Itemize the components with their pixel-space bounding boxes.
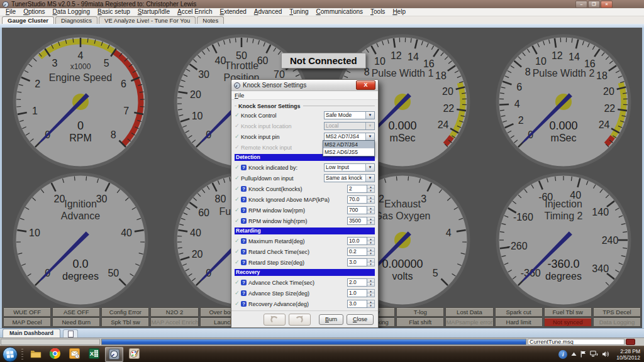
outlook-icon[interactable] xyxy=(66,347,83,361)
gauge-cluster-dashboard: WUE OFFASE OFFConfig ErrorN2O 2Over boos… xyxy=(0,28,644,328)
setting-row-rpm-window-high-rpm: ✓?RPM window high(rpm)3500▲▼ xyxy=(235,216,375,226)
tab-notes[interactable]: Notes xyxy=(197,16,224,24)
spinner-down-icon[interactable]: ▼ xyxy=(367,293,374,297)
action-center-flag-icon[interactable] xyxy=(580,351,586,358)
knock-indicated-by-combo[interactable]: Low Input▼ xyxy=(324,163,375,172)
recovery-advance-deg-spinner[interactable]: 3.0▲▼ xyxy=(347,300,375,308)
checkmark-icon: ✓ xyxy=(235,186,241,192)
help-icon[interactable]: ? xyxy=(241,165,247,170)
setting-row-retard-step-size-deg: ✓?Retard Step Size(deg)3.0▲▼ xyxy=(235,257,375,268)
help-icon[interactable]: ? xyxy=(241,290,247,296)
chevron-down-icon[interactable]: ▼ xyxy=(365,175,374,182)
tab-gauge-cluster[interactable]: Gauge Cluster xyxy=(2,16,54,24)
menu-accel-enrich[interactable]: Accel Enrich xyxy=(174,8,216,16)
paint-icon[interactable] xyxy=(126,347,143,361)
spinner-down-icon[interactable]: ▼ xyxy=(367,263,374,266)
spinner-down-icon[interactable]: ▼ xyxy=(367,241,374,244)
help-icon[interactable]: ? xyxy=(241,260,247,265)
tunerstudio-tray-icon[interactable]: i xyxy=(558,350,567,359)
help-icon[interactable]: ? xyxy=(241,301,247,307)
tab-ve-analyze-live-tune-for-you[interactable]: VE Analyze Live! - Tune For You xyxy=(99,16,196,24)
new-dashboard-icon[interactable] xyxy=(63,329,78,337)
spinner-down-icon[interactable]: ▼ xyxy=(367,211,374,214)
spinner-down-icon[interactable]: ▼ xyxy=(367,304,374,307)
show-hidden-icons-icon[interactable] xyxy=(571,352,577,356)
status-left-panel xyxy=(1,339,100,345)
help-icon[interactable]: ? xyxy=(241,197,247,202)
menu-tuning[interactable]: Tuning xyxy=(286,8,312,16)
dialog-titlebar[interactable]: Knock Sensor Settings X xyxy=(231,80,378,91)
volume-icon[interactable] xyxy=(602,351,610,358)
rpm-window-low-rpm-spinner[interactable]: 700▲▼ xyxy=(347,206,375,214)
menu-file[interactable]: File xyxy=(2,8,19,16)
dialog-icon xyxy=(234,82,240,89)
menu-data-logging[interactable]: Data Logging xyxy=(49,8,94,16)
dialog-close-button[interactable]: X xyxy=(356,80,375,90)
setting-row-knock-indicated-by: ✓?Knock indicated by:Low Input▼ xyxy=(235,162,375,173)
dashboard-tab-main-dashboard[interactable]: Main Dashboard xyxy=(3,329,60,337)
google-chrome-icon[interactable] xyxy=(47,347,64,361)
undo-button[interactable] xyxy=(264,314,286,326)
redo-button[interactable] xyxy=(289,314,311,326)
current-tune-file-field[interactable]: CurrentTune.msq xyxy=(528,339,625,345)
knock-input-pin-dropdown-list[interactable]: MS2 AD7/JS4MS2 AD6/JS5 xyxy=(323,140,375,156)
status-corner-icon[interactable] xyxy=(626,339,635,345)
excel-icon[interactable]: X xyxy=(86,347,103,361)
spinner-down-icon[interactable]: ▼ xyxy=(367,189,374,192)
menu-communications[interactable]: Communications xyxy=(313,8,367,16)
retard-check-time-sec-spinner[interactable]: 0.2▲▼ xyxy=(347,248,375,256)
checkmark-icon: ✓ xyxy=(235,207,241,213)
dialog-close-action-button[interactable]: Close xyxy=(347,314,374,325)
setting-row-recovery-advance-deg: ✓?Recovery Advance(deg)3.0▲▼ xyxy=(235,299,375,309)
help-icon[interactable]: ? xyxy=(241,207,247,213)
start-button[interactable] xyxy=(3,347,18,362)
menu-tools[interactable]: Tools xyxy=(367,8,389,16)
menu-startup-idle[interactable]: Startup/Idle xyxy=(134,8,174,16)
maximum-retard-deg-spinner[interactable]: 10.0▲▼ xyxy=(347,237,375,245)
help-icon[interactable]: ? xyxy=(241,218,247,224)
maximize-button[interactable]: ❒ xyxy=(588,1,600,8)
menu-help[interactable]: Help xyxy=(389,8,409,16)
setting-label: Retard Check Time(sec) xyxy=(248,249,309,255)
spinner-down-icon[interactable]: ▼ xyxy=(367,221,374,224)
advance-check-time-sec-spinner[interactable]: 2.0▲▼ xyxy=(347,278,375,287)
pullup-down-on-input-combo[interactable]: Same as knock▼ xyxy=(324,174,375,182)
dialog-menu-file[interactable]: File xyxy=(235,91,244,99)
help-icon[interactable]: ? xyxy=(241,280,247,285)
advance-step-size-deg-spinner[interactable]: 1.0▲▼ xyxy=(347,289,375,297)
not-connected-banner: Not Connected xyxy=(281,53,366,69)
spinner-down-icon[interactable]: ▼ xyxy=(367,283,374,286)
help-icon[interactable]: ? xyxy=(241,249,247,255)
close-button[interactable]: × xyxy=(601,1,613,8)
menu-basic-setup[interactable]: Basic setup xyxy=(94,8,134,16)
network-icon[interactable] xyxy=(590,351,598,358)
knock-control-combo[interactable]: Safe Mode▼ xyxy=(324,111,375,119)
chevron-down-icon[interactable]: ▼ xyxy=(365,112,374,119)
help-icon[interactable]: ? xyxy=(241,238,247,244)
svg-text:X: X xyxy=(90,350,94,357)
dropdown-option-ms2-ad7-js4[interactable]: MS2 AD7/JS4 xyxy=(323,141,374,148)
chevron-down-icon[interactable]: ▼ xyxy=(365,133,374,140)
taskbar-grip xyxy=(21,349,23,360)
knock-count-knocks-spinner[interactable]: 2▲▼ xyxy=(347,185,375,193)
spinner-down-icon[interactable]: ▼ xyxy=(367,252,374,255)
tab-diagnostics[interactable]: Diagnostics xyxy=(55,16,97,24)
rpm-window-high-rpm-spinner[interactable]: 3500▲▼ xyxy=(347,217,375,225)
tunerstudio-icon[interactable] xyxy=(105,347,123,362)
knock-ignored-above-map-kpa-spinner[interactable]: 70.0▲▼ xyxy=(347,195,375,204)
chevron-down-icon[interactable]: ▼ xyxy=(365,164,374,171)
menu-advanced[interactable]: Advanced xyxy=(250,8,286,16)
dropdown-option-ms2-ad6-js5[interactable]: MS2 AD6/JS5 xyxy=(323,148,374,156)
taskbar-clock[interactable]: 2:28 PM 10/5/2012 xyxy=(614,348,640,361)
menu-options[interactable]: Options xyxy=(19,8,48,16)
help-icon[interactable]: ? xyxy=(241,186,247,192)
menu-extended[interactable]: Extended xyxy=(216,8,250,16)
minimize-button[interactable]: – xyxy=(575,1,587,8)
spinner-down-icon[interactable]: ▼ xyxy=(367,200,374,203)
retard-step-size-deg-spinner[interactable]: 3.0▲▼ xyxy=(347,258,375,266)
windows-explorer-icon[interactable] xyxy=(27,347,44,361)
setting-row-knock-count-knocks: ✓?Knock Count(knocks)2▲▼ xyxy=(235,184,375,194)
tunerstudio-app-icon xyxy=(3,1,9,8)
burn-button[interactable]: Burn xyxy=(319,314,343,325)
tab-bar: Gauge ClusterDiagnosticsVE Analyze Live!… xyxy=(0,16,644,24)
